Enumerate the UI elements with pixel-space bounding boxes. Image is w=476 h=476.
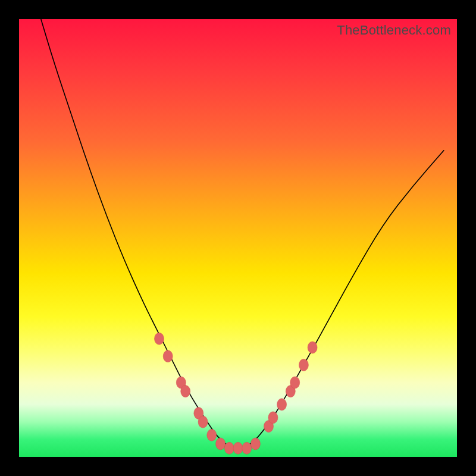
curve-marker	[163, 350, 173, 362]
curve-marker	[207, 429, 217, 441]
curve-marker	[268, 412, 278, 424]
curve-marker	[277, 399, 287, 411]
curve-marker	[216, 438, 226, 450]
curve-marker	[224, 442, 234, 454]
curve-marker	[155, 333, 164, 345]
curve-marker	[242, 442, 252, 454]
curve-marker	[250, 438, 260, 450]
bottleneck-curve	[41, 19, 444, 448]
curve-marker	[308, 342, 317, 353]
watermark-text: TheBottleneck.com	[337, 23, 451, 38]
curve-marker	[299, 359, 308, 371]
chart-frame: TheBottleneck.com	[0, 0, 476, 476]
chart-svg	[19, 19, 457, 457]
curve-marker	[290, 377, 300, 389]
curve-marker	[181, 386, 190, 397]
marker-group	[155, 333, 318, 454]
curve-marker	[233, 442, 243, 454]
curve-marker	[198, 416, 208, 428]
plot-area: TheBottleneck.com	[19, 19, 457, 457]
